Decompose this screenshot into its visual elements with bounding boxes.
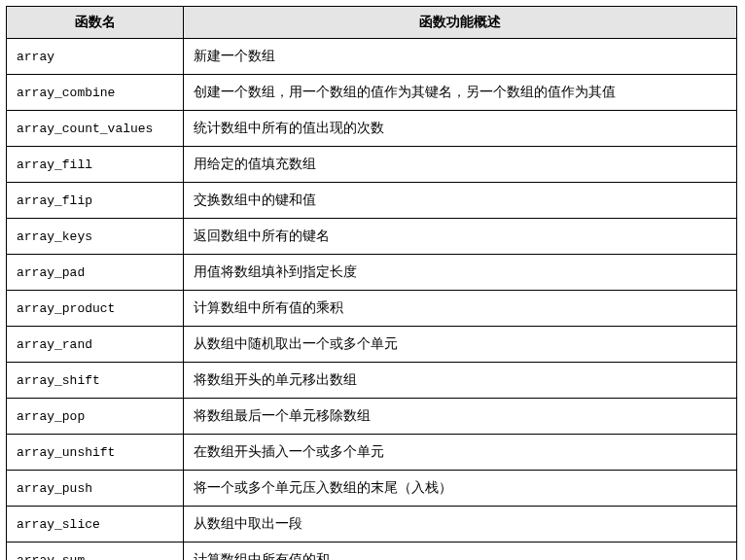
function-description: 在数组开头插入一个或多个单元 [184,435,737,471]
function-name: array_slice [7,507,184,542]
function-name: array_sum [7,542,184,561]
header-name: 函数名 [7,7,184,39]
table-row: array_combine创建一个数组，用一个数组的值作为其键名，另一个数组的值… [7,75,737,111]
table-row: array_slice从数组中取出一段 [7,507,737,542]
function-name: array_product [7,291,184,327]
function-description: 计算数组中所有值的乘积 [184,291,737,327]
function-name: array_shift [7,363,184,399]
table-row: array_pop将数组最后一个单元移除数组 [7,399,737,435]
function-description: 创建一个数组，用一个数组的值作为其键名，另一个数组的值作为其值 [184,75,737,111]
table-header-row: 函数名 函数功能概述 [7,7,737,39]
table-row: array_keys返回数组中所有的键名 [7,219,737,255]
table-row: array_pad用值将数组填补到指定长度 [7,255,737,291]
function-description: 计算数组中所有值的和 [184,542,737,561]
function-name: array_rand [7,327,184,363]
function-description: 将数组最后一个单元移除数组 [184,399,737,435]
table-row: array_flip交换数组中的键和值 [7,183,737,219]
table-row: array_push将一个或多个单元压入数组的末尾（入栈） [7,471,737,507]
function-description: 用值将数组填补到指定长度 [184,255,737,291]
function-name: array_unshift [7,435,184,471]
function-name: array_flip [7,183,184,219]
table-row: array_unshift在数组开头插入一个或多个单元 [7,435,737,471]
table-row: array新建一个数组 [7,39,737,75]
function-description: 新建一个数组 [184,39,737,75]
function-description: 用给定的值填充数组 [184,147,737,183]
table-row: array_product计算数组中所有值的乘积 [7,291,737,327]
function-name: array_count_values [7,111,184,147]
table-row: array_shift将数组开头的单元移出数组 [7,363,737,399]
table-row: array_rand从数组中随机取出一个或多个单元 [7,327,737,363]
function-description: 交换数组中的键和值 [184,183,737,219]
table-row: array_count_values统计数组中所有的值出现的次数 [7,111,737,147]
function-description: 返回数组中所有的键名 [184,219,737,255]
function-description: 统计数组中所有的值出现的次数 [184,111,737,147]
functions-table: 函数名 函数功能概述 array新建一个数组array_combine创建一个数… [6,6,737,560]
function-name: array_pop [7,399,184,435]
table-row: array_fill用给定的值填充数组 [7,147,737,183]
table-row: array_sum计算数组中所有值的和 [7,542,737,561]
function-name: array_fill [7,147,184,183]
function-name: array_keys [7,219,184,255]
function-name: array_pad [7,255,184,291]
function-description: 从数组中取出一段 [184,507,737,542]
function-name: array [7,39,184,75]
function-description: 将数组开头的单元移出数组 [184,363,737,399]
function-name: array_combine [7,75,184,111]
function-description: 从数组中随机取出一个或多个单元 [184,327,737,363]
function-description: 将一个或多个单元压入数组的末尾（入栈） [184,471,737,507]
header-desc: 函数功能概述 [184,7,737,39]
function-name: array_push [7,471,184,507]
